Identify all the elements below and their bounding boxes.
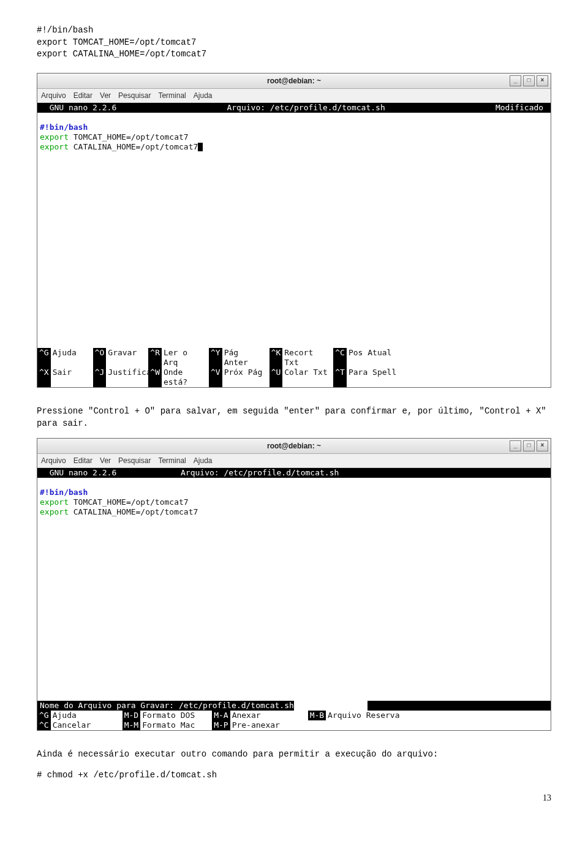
instruction-paragraph-1: Pressione "Control + O" para salvar, em … — [37, 405, 551, 430]
shortcut-key: ^Y — [209, 348, 222, 368]
shortcut-label: Próx Pág — [222, 368, 270, 387]
terminal-content: GNU nano 2.2.6Arquivo: /etc/profile.d/to… — [37, 468, 551, 730]
editor-line: #!bin/bash — [37, 488, 551, 497]
menu-terminal[interactable]: Terminal — [158, 456, 186, 465]
menubar: Arquivo Editar Ver Pesquisar Terminal Aj… — [37, 89, 551, 103]
menu-search[interactable]: Pesquisar — [118, 91, 151, 100]
menu-edit[interactable]: Editar — [74, 91, 92, 100]
nano-save-prompt[interactable]: Nome do Arquivo para Gravar: /etc/profil… — [37, 701, 551, 711]
shortcut-label: Pos Atual — [347, 348, 551, 368]
shortcut-label: Recort Txt — [282, 348, 333, 368]
terminal-window-2: root@debian: ~ _ □ × Arquivo Editar Ver … — [37, 438, 551, 731]
minimize-button[interactable]: _ — [510, 440, 521, 451]
shortcut-key: M-M — [123, 720, 140, 730]
nano-header: GNU nano 2.2.6Arquivo: /etc/profile.d/to… — [37, 103, 551, 113]
shortcut-key: ^U — [270, 368, 283, 387]
editor-line: #!bin/bash — [37, 123, 551, 132]
shortcut-key: ^G — [37, 711, 51, 720]
menu-view[interactable]: Ver — [100, 91, 111, 100]
editor-blank-area — [37, 152, 551, 348]
menu-file[interactable]: Arquivo — [41, 91, 66, 100]
shortcut-label: Ajuda — [51, 348, 93, 368]
shortcut-key: ^V — [209, 368, 222, 387]
window-title: root@debian: ~ — [267, 77, 321, 85]
shortcut-key: M-P — [212, 720, 230, 730]
shortcut-label: Anexar — [230, 711, 308, 720]
shortcut-key: M-D — [123, 711, 140, 720]
shortcut-label: Formato DOS — [140, 711, 212, 720]
menu-view[interactable]: Ver — [100, 456, 111, 465]
minimize-button[interactable]: _ — [510, 75, 521, 86]
menu-file[interactable]: Arquivo — [41, 456, 66, 465]
shortcut-label: Sair — [51, 368, 93, 387]
shortcut-key: M-A — [212, 711, 230, 720]
shortcut-key: ^C — [333, 348, 347, 368]
nano-shortcut-row: ^CCancelar M-MFormato Mac M-PPre-anexar — [37, 720, 551, 730]
shortcut-label: Onde está? — [162, 368, 209, 387]
shortcut-label: Ler o Arq — [162, 348, 209, 368]
instruction-paragraph-2: Ainda é necessário executar outro comand… — [37, 748, 551, 760]
terminal-window-1: root@debian: ~ _ □ × Arquivo Editar Ver … — [37, 73, 551, 388]
shortcut-label: Ajuda — [51, 711, 123, 720]
nano-header: GNU nano 2.2.6Arquivo: /etc/profile.d/to… — [37, 468, 551, 478]
command-chmod: # chmod +x /etc/profile.d/tomcat.sh — [37, 769, 551, 782]
close-button[interactable]: × — [537, 440, 548, 451]
nano-shortcut-row: ^GAjuda M-DFormato DOS M-AAnexar M-BArqu… — [37, 711, 551, 720]
window-titlebar[interactable]: root@debian: ~ _ □ × — [37, 74, 551, 89]
editor-line: export CATALINA_HOME=/opt/tomcat7 — [37, 142, 551, 152]
shortcut-label: Gravar — [106, 348, 148, 368]
shortcut-label: Pág Anter — [222, 348, 270, 368]
editor-blank-area — [37, 517, 551, 701]
shortcut-label: Cancelar — [51, 720, 123, 730]
page-number: 13 — [37, 793, 551, 803]
shortcut-label: Arquivo Reserva — [326, 711, 551, 720]
shortcut-key: ^C — [37, 720, 51, 730]
editor-line: export TOMCAT_HOME=/opt/tomcat7 — [37, 497, 551, 507]
shortcut-key: ^J — [93, 368, 107, 387]
shortcut-key: ^W — [148, 368, 162, 387]
shortcut-key: ^G — [37, 348, 51, 368]
maximize-button[interactable]: □ — [523, 75, 535, 86]
shortcut-key: ^R — [148, 348, 162, 368]
window-title: root@debian: ~ — [267, 442, 321, 450]
shortcut-label: Para Spell — [347, 368, 551, 387]
code-snippet-top: #!/bin/bash export TOMCAT_HOME=/opt/tomc… — [37, 25, 551, 61]
close-button[interactable]: × — [537, 75, 548, 86]
menu-help[interactable]: Ajuda — [194, 456, 213, 465]
shortcut-key: ^T — [333, 368, 347, 387]
menubar: Arquivo Editar Ver Pesquisar Terminal Aj… — [37, 454, 551, 468]
menu-help[interactable]: Ajuda — [194, 91, 213, 100]
shortcut-key: ^O — [93, 348, 107, 368]
maximize-button[interactable]: □ — [523, 440, 535, 451]
shortcut-label: Colar Txt — [282, 368, 333, 387]
shortcut-label: Pre-anexar — [230, 720, 551, 730]
editor-blank — [37, 478, 551, 488]
shortcut-key: ^K — [270, 348, 283, 368]
shortcut-label: Formato Mac — [140, 720, 212, 730]
editor-line: export TOMCAT_HOME=/opt/tomcat7 — [37, 132, 551, 142]
cursor-icon — [198, 143, 203, 151]
shortcut-key: M-B — [308, 711, 326, 720]
menu-edit[interactable]: Editar — [74, 456, 92, 465]
shortcut-label: Justificar — [106, 368, 148, 387]
menu-search[interactable]: Pesquisar — [118, 456, 151, 465]
nano-shortcut-row: ^XSair ^JJustificar ^WOnde está? ^VPróx … — [37, 368, 551, 387]
editor-line: export CATALINA_HOME=/opt/tomcat7 — [37, 507, 551, 517]
shortcut-key: ^X — [37, 368, 51, 387]
editor-blank — [37, 113, 551, 123]
terminal-content: GNU nano 2.2.6Arquivo: /etc/profile.d/to… — [37, 103, 551, 387]
nano-shortcut-row: ^GAjuda ^OGravar ^RLer o Arq ^YPág Anter… — [37, 348, 551, 368]
window-titlebar[interactable]: root@debian: ~ _ □ × — [37, 439, 551, 454]
menu-terminal[interactable]: Terminal — [158, 91, 186, 100]
